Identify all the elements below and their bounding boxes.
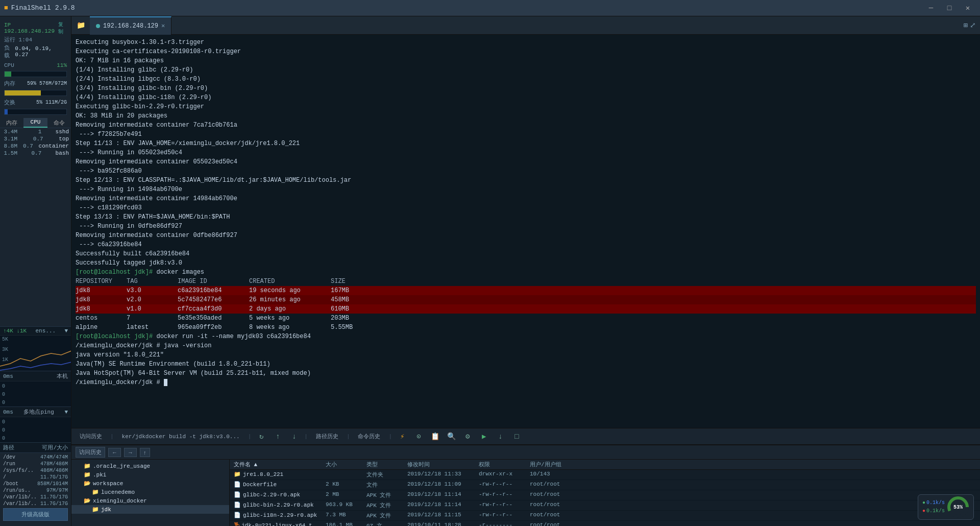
- list-item: 1.5M 0.7 bash: [0, 150, 71, 157]
- cpu-percent-label: 53%: [953, 505, 963, 510]
- filepanel-toolbar: 访问历史 ← → ↑: [71, 445, 980, 460]
- tab-actions: ⊞ ⤢: [964, 21, 980, 30]
- term-line: Removing intermediate container 14984ab6…: [76, 194, 976, 203]
- terminal[interactable]: Executing busybox-1.30.1-r3.trigger Exec…: [71, 35, 980, 428]
- bottom-toolbar: 访问历史 | ker/jdkdocker build -t jdk8:v3.0.…: [71, 428, 980, 444]
- list-item: 📄glibc-i18n-2.29-r0.apk 7.3 MB APK 文件 20…: [230, 511, 980, 521]
- list-item: /var/lib/..11.7G/17G: [0, 500, 71, 507]
- tree-item-pki[interactable]: 📁 .pki: [71, 470, 229, 479]
- swap-bar-fill: [5, 109, 8, 114]
- sidebar-mem-value: 59% 576M/972M: [27, 81, 67, 86]
- filepanel: 访问历史 ← → ↑ 📁 .oracle_jre_usage 📁 .: [71, 444, 980, 526]
- sidebar-swap-value: 5% 111M/2G: [36, 100, 67, 105]
- filetree: 📁 .oracle_jre_usage 📁 .pki 📂 workspace: [71, 460, 230, 526]
- disk-val-label: 可用/大小: [42, 444, 68, 451]
- cpu-donut: 53%: [947, 496, 969, 518]
- path-history-button[interactable]: 路径历史: [312, 432, 342, 441]
- term-line: ---> c181290fcd03: [76, 203, 976, 212]
- term-line: Removing intermediate container 055023ed…: [76, 157, 976, 166]
- list-item: 3.4M 1 sshd: [0, 128, 71, 135]
- latency-chart-label-0: 0: [2, 384, 5, 389]
- settings-icon[interactable]: ⚙: [461, 431, 474, 443]
- process-tabs: 内存 CPU 命令: [0, 118, 71, 128]
- term-line: Step 12/13 : ENV CLASSPATH=.:$JAVA_HOME/…: [76, 176, 976, 185]
- term-line: Java HotSpot(TM) 64-Bit Server VM (build…: [76, 369, 976, 378]
- download-icon[interactable]: ↓: [288, 431, 300, 443]
- list-item: 🗜jdk-8u221-linux-x64.t... 186.1 MB GZ 文.…: [230, 521, 980, 526]
- scroll-down-icon[interactable]: ↓: [494, 431, 506, 443]
- titlebar-left: ■ FinalShell 2.9.8: [4, 4, 75, 12]
- tree-item-lucenedemo[interactable]: 📁 lucenedemo: [71, 488, 229, 496]
- network-interface: ens...: [36, 328, 56, 334]
- upgrade-button[interactable]: 升级高级版: [3, 508, 68, 521]
- search-icon[interactable]: 🔍: [445, 431, 457, 443]
- disk-section-header: 路径 可用/大小: [0, 442, 71, 452]
- run-icon[interactable]: ▶: [478, 431, 490, 443]
- list-item: 8.8M 0.7 container: [0, 142, 71, 150]
- copy-icon[interactable]: ⊙: [412, 431, 425, 443]
- copy-ip-button[interactable]: 复制: [58, 21, 67, 35]
- term-line: ---> Running in 14984ab6700e: [76, 185, 976, 194]
- table-header-row: REPOSITORY TAG IMAGE ID CREATED SIZE: [76, 277, 976, 286]
- up-fp-button[interactable]: ↑: [140, 448, 150, 457]
- tab-label: 192.168.248.129: [103, 22, 158, 30]
- refresh-icon[interactable]: ↻: [255, 431, 267, 443]
- forward-fp-button[interactable]: →: [124, 448, 137, 457]
- term-line: Removing intermediate container 7ca71c0b…: [76, 121, 976, 130]
- tab-memory[interactable]: 内存: [0, 118, 23, 128]
- table-row: jdk8 v1.0 cf7ccaa4f3d0 2 days ago 610MB: [76, 304, 976, 314]
- upload-icon[interactable]: ↑: [272, 431, 284, 443]
- ping-expand-icon[interactable]: ▼: [64, 409, 68, 415]
- list-item: 📄glibc-bin-2.29-r0.apk 963.9 KB APK 文件 2…: [230, 500, 980, 511]
- filelist: 文件名 ▲ 大小 类型 修改时间 权限 用户/用户组 📁jre1.8.0_221…: [230, 460, 980, 526]
- table-row: jdk8 v2.0 5c74582477e6 26 minutes ago 45…: [76, 295, 976, 304]
- close-button[interactable]: ✕: [960, 1, 976, 15]
- tab-close-button[interactable]: ✕: [161, 22, 165, 30]
- term-line: Executing ca-certificates-20190108-r0.tr…: [76, 47, 976, 56]
- titlebar: ■ FinalShell 2.9.8 ─ □ ✕: [0, 0, 980, 16]
- tab-status-dot: [96, 24, 100, 28]
- mem-bar: [4, 90, 67, 96]
- paste-icon[interactable]: 📋: [429, 431, 441, 443]
- new-tab-button[interactable]: 📁: [71, 16, 90, 35]
- access-history-button[interactable]: 访问历史: [76, 432, 106, 441]
- tabbar: 📁 192.168.248.129 ✕ ⊞ ⤢: [71, 16, 980, 35]
- ping-value: 0ms: [3, 409, 13, 415]
- sidebar-mem-label: 内存: [4, 80, 15, 87]
- tab-command[interactable]: 命令: [47, 118, 71, 128]
- tree-item-jdk[interactable]: 📁 jdk: [71, 505, 229, 514]
- tab-192-168-248-129[interactable]: 192.168.248.129 ✕: [90, 16, 172, 35]
- tab-expand-icon[interactable]: ⤢: [970, 21, 976, 30]
- tree-item-workspace[interactable]: 📂 workspace: [71, 479, 229, 488]
- app-title: FinalShell 2.9.8: [11, 4, 75, 12]
- table-row: alpine latest 965ea09ff2eb 8 weeks ago 5…: [76, 323, 976, 332]
- network-expand-icon[interactable]: ▼: [64, 328, 68, 334]
- tab-grid-icon[interactable]: ⊞: [964, 21, 968, 30]
- term-line: OK: 7 MiB in 16 packages: [76, 56, 976, 65]
- tree-item-xieminglu-docker[interactable]: 📂 xieminglu_docker: [71, 496, 229, 505]
- minimize-button[interactable]: ─: [923, 1, 939, 15]
- term-line: (2/4) Installing libgcc (8.3.0-r0): [76, 75, 976, 84]
- net-down-stat: ● 0.1k/s: [922, 499, 945, 507]
- cpu-bar-fill: [5, 71, 11, 77]
- cmd-history-button[interactable]: 命令历史: [354, 432, 384, 441]
- main-layout: IP 192.168.248.129 复制 运行 1:04 负载 0.04, 0…: [0, 16, 980, 526]
- folder-icon: 📁: [92, 506, 99, 513]
- table-row: centos 7 5e35e350aded 5 weeks ago 203MB: [76, 314, 976, 323]
- fullscreen-icon[interactable]: □: [510, 431, 523, 443]
- maximize-button[interactable]: □: [941, 1, 958, 15]
- access-history-fp-button[interactable]: 访问历史: [76, 447, 105, 458]
- latency-chart-label-0c: 0: [2, 400, 5, 405]
- back-fp-button[interactable]: ←: [108, 448, 121, 457]
- term-line: ---> f72825b7e491: [76, 130, 976, 139]
- network-stats: ↑4K ↓1K: [3, 328, 27, 334]
- term-line: ---> Running in 0dfbe86df927: [76, 222, 976, 231]
- folder-open-icon: 📂: [84, 480, 91, 487]
- lightning-icon[interactable]: ⚡: [396, 431, 408, 443]
- term-line: OK: 38 MiB in 20 packages: [76, 111, 976, 121]
- tab-cpu[interactable]: CPU: [23, 118, 47, 128]
- term-line: Executing glibc-bin-2.29-r0.trigger: [76, 102, 976, 111]
- folder-icon: 📁: [84, 463, 91, 469]
- list-item: 📄Dockerfile 2 KB 文件 2019/12/18 11:09 -rw…: [230, 480, 980, 490]
- tree-item-oracle-jre-usage[interactable]: 📁 .oracle_jre_usage: [71, 462, 229, 470]
